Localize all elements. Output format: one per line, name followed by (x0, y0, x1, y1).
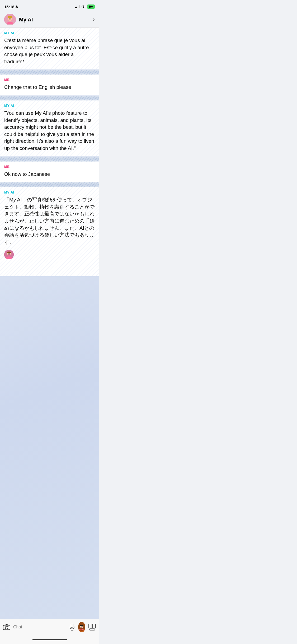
bitmoji-button[interactable] (88, 623, 96, 631)
chat-input[interactable] (13, 625, 66, 629)
status-right: 39+ (75, 4, 95, 9)
message-block: ME Change that to English please (0, 75, 99, 95)
chat-area: MY AI C'est la même phrase que je vous a… (0, 28, 99, 276)
svg-rect-21 (89, 624, 92, 628)
sender-label-ai: MY AI (4, 190, 95, 194)
svg-point-4 (9, 18, 10, 19)
svg-rect-23 (89, 629, 95, 630)
wave-divider (0, 182, 99, 187)
card-icon (88, 623, 96, 631)
svg-point-9 (9, 253, 10, 254)
avatar[interactable] (4, 14, 16, 25)
message-block: ME Ok now to Japanese (0, 162, 99, 182)
message-text: 「My AI」の写真機能を使って、オブジェクト、動物、植物を識別することができま… (4, 196, 95, 246)
sender-label-ai: MY AI (4, 31, 95, 35)
message-text: "You can use My AI's photo feature to id… (4, 110, 95, 152)
svg-point-19 (82, 626, 82, 627)
wave-divider (0, 70, 99, 75)
message-block: MY AI "You can use My AI's photo feature… (0, 100, 99, 156)
svg-rect-22 (92, 624, 96, 628)
avatar-small (4, 250, 14, 259)
time-display: 15:18 (4, 4, 14, 9)
message-text: Ok now to Japanese (4, 171, 95, 178)
sender-label-ai: MY AI (4, 104, 95, 108)
status-bar: 15:18 39+ (0, 0, 99, 12)
wave-divider (0, 96, 99, 100)
chat-header: My AI › (0, 12, 99, 28)
header-title: My AI (19, 17, 90, 23)
sender-label-me: ME (4, 165, 95, 169)
ai-avatar-typing (4, 250, 14, 259)
svg-text:PLEASE!: PLEASE! (79, 629, 84, 631)
sticker-button[interactable]: PLEASE! (78, 622, 85, 632)
mic-icon (69, 624, 75, 631)
svg-point-5 (11, 18, 11, 19)
svg-point-18 (81, 626, 81, 627)
location-arrow-icon (15, 5, 18, 8)
svg-rect-13 (71, 624, 73, 628)
home-bar (32, 639, 67, 640)
battery-indicator: 39+ (87, 4, 95, 9)
message-text: Change that to English please (4, 84, 95, 91)
message-text: C'est la même phrase que je vous ai envo… (4, 37, 95, 65)
message-block: MY AI C'est la même phrase que je vous a… (0, 28, 99, 69)
signal-bars (75, 5, 80, 8)
bottom-bar: PLEASE! (0, 619, 99, 644)
wifi-icon (81, 5, 86, 8)
camera-button[interactable] (3, 623, 10, 631)
svg-point-1 (83, 7, 84, 8)
status-time: 15:18 (4, 4, 18, 9)
svg-point-12 (8, 626, 9, 627)
avatar-image (4, 14, 16, 25)
camera-icon (3, 624, 10, 630)
mic-button[interactable] (69, 623, 75, 631)
battery-level: 39+ (88, 5, 93, 8)
message-block: MY AI 「My AI」の写真機能を使って、オブジェクト、動物、植物を識別する… (0, 187, 99, 276)
home-indicator (0, 635, 99, 644)
sender-label-me: ME (4, 78, 95, 82)
svg-point-8 (8, 253, 8, 254)
svg-point-11 (5, 626, 8, 629)
wave-divider (0, 157, 99, 162)
header-chevron-icon[interactable]: › (93, 16, 95, 23)
svg-marker-0 (15, 5, 18, 8)
chat-input-row: PLEASE! (0, 619, 99, 635)
sticker-avatar: PLEASE! (78, 622, 85, 632)
